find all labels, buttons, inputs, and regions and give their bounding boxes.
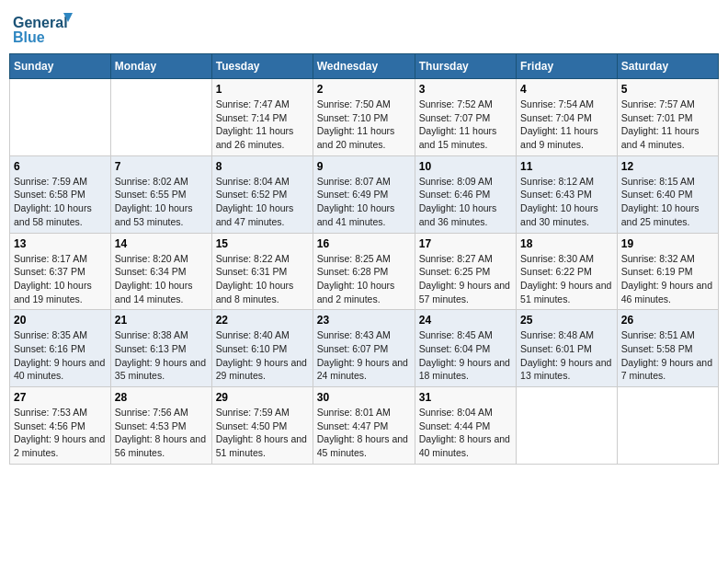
day-info: Sunrise: 8:12 AMSunset: 6:43 PMDaylight:…	[520, 175, 613, 229]
day-info: Sunrise: 7:59 AMSunset: 4:50 PMDaylight:…	[216, 406, 309, 460]
day-number: 21	[115, 314, 208, 327]
day-cell: 10Sunrise: 8:09 AMSunset: 6:46 PMDayligh…	[415, 155, 516, 233]
page-header: GeneralBlue	[9, 9, 719, 46]
day-info: Sunrise: 7:54 AMSunset: 7:04 PMDaylight:…	[520, 98, 613, 152]
day-info: Sunrise: 7:50 AMSunset: 7:10 PMDaylight:…	[317, 98, 411, 152]
day-number: 7	[115, 160, 208, 173]
day-number: 17	[419, 237, 512, 250]
day-number: 26	[621, 314, 714, 327]
day-info: Sunrise: 8:45 AMSunset: 6:04 PMDaylight:…	[419, 328, 512, 383]
logo-svg: GeneralBlue	[13, 9, 77, 46]
day-info: Sunrise: 7:57 AMSunset: 7:01 PMDaylight:…	[621, 98, 714, 152]
day-cell: 3Sunrise: 7:52 AMSunset: 7:07 PMDaylight…	[415, 79, 516, 156]
day-info: Sunrise: 8:09 AMSunset: 6:46 PMDaylight:…	[419, 175, 512, 229]
day-cell: 24Sunrise: 8:45 AMSunset: 6:04 PMDayligh…	[415, 310, 516, 387]
day-info: Sunrise: 7:47 AMSunset: 7:14 PMDaylight:…	[216, 98, 309, 152]
day-cell: 22Sunrise: 8:40 AMSunset: 6:10 PMDayligh…	[211, 310, 313, 387]
day-cell: 13Sunrise: 8:17 AMSunset: 6:37 PMDayligh…	[10, 233, 111, 310]
day-cell: 6Sunrise: 7:59 AMSunset: 6:58 PMDaylight…	[10, 155, 111, 233]
day-info: Sunrise: 8:22 AMSunset: 6:31 PMDaylight:…	[216, 252, 309, 306]
day-number: 2	[317, 83, 411, 96]
day-cell: 29Sunrise: 7:59 AMSunset: 4:50 PMDayligh…	[211, 387, 313, 465]
day-info: Sunrise: 8:30 AMSunset: 6:22 PMDaylight:…	[520, 252, 613, 306]
day-cell: 20Sunrise: 8:35 AMSunset: 6:16 PMDayligh…	[10, 310, 111, 387]
day-info: Sunrise: 8:35 AMSunset: 6:16 PMDaylight:…	[14, 328, 107, 383]
day-number: 16	[317, 237, 411, 250]
day-cell: 14Sunrise: 8:20 AMSunset: 6:34 PMDayligh…	[110, 233, 211, 310]
column-header-wednesday: Wednesday	[313, 54, 415, 79]
day-info: Sunrise: 8:48 AMSunset: 6:01 PMDaylight:…	[520, 328, 613, 383]
column-header-thursday: Thursday	[415, 54, 516, 79]
day-number: 18	[520, 237, 613, 250]
day-number: 11	[520, 160, 613, 173]
day-number: 14	[115, 237, 208, 250]
day-info: Sunrise: 8:20 AMSunset: 6:34 PMDaylight:…	[115, 252, 208, 306]
week-row-3: 13Sunrise: 8:17 AMSunset: 6:37 PMDayligh…	[10, 233, 719, 310]
logo: GeneralBlue	[13, 9, 77, 46]
day-cell: 21Sunrise: 8:38 AMSunset: 6:13 PMDayligh…	[110, 310, 211, 387]
week-row-1: 1Sunrise: 7:47 AMSunset: 7:14 PMDaylight…	[10, 79, 719, 156]
day-number: 10	[419, 160, 512, 173]
day-info: Sunrise: 8:38 AMSunset: 6:13 PMDaylight:…	[115, 328, 208, 383]
day-number: 31	[419, 391, 512, 404]
day-cell: 18Sunrise: 8:30 AMSunset: 6:22 PMDayligh…	[517, 233, 618, 310]
day-number: 1	[216, 83, 309, 96]
day-number: 15	[216, 237, 309, 250]
day-info: Sunrise: 8:25 AMSunset: 6:28 PMDaylight:…	[317, 252, 411, 306]
week-row-4: 20Sunrise: 8:35 AMSunset: 6:16 PMDayligh…	[10, 310, 719, 387]
day-cell: 2Sunrise: 7:50 AMSunset: 7:10 PMDaylight…	[313, 79, 415, 156]
day-info: Sunrise: 8:27 AMSunset: 6:25 PMDaylight:…	[419, 252, 512, 306]
day-cell: 12Sunrise: 8:15 AMSunset: 6:40 PMDayligh…	[617, 155, 718, 233]
day-info: Sunrise: 7:52 AMSunset: 7:07 PMDaylight:…	[419, 98, 512, 152]
column-header-sunday: Sunday	[10, 54, 111, 79]
day-cell: 31Sunrise: 8:04 AMSunset: 4:44 PMDayligh…	[415, 387, 516, 465]
day-cell: 28Sunrise: 7:56 AMSunset: 4:53 PMDayligh…	[110, 387, 211, 465]
day-cell: 11Sunrise: 8:12 AMSunset: 6:43 PMDayligh…	[517, 155, 618, 233]
week-row-2: 6Sunrise: 7:59 AMSunset: 6:58 PMDaylight…	[10, 155, 719, 233]
day-cell: 9Sunrise: 8:07 AMSunset: 6:49 PMDaylight…	[313, 155, 415, 233]
day-info: Sunrise: 8:15 AMSunset: 6:40 PMDaylight:…	[621, 175, 714, 229]
day-cell: 23Sunrise: 8:43 AMSunset: 6:07 PMDayligh…	[313, 310, 415, 387]
day-number: 20	[14, 314, 107, 327]
day-info: Sunrise: 8:17 AMSunset: 6:37 PMDaylight:…	[14, 252, 107, 306]
day-info: Sunrise: 8:07 AMSunset: 6:49 PMDaylight:…	[317, 175, 411, 229]
day-number: 28	[115, 391, 208, 404]
day-number: 3	[419, 83, 512, 96]
day-info: Sunrise: 8:04 AMSunset: 4:44 PMDaylight:…	[419, 406, 512, 460]
day-info: Sunrise: 8:51 AMSunset: 5:58 PMDaylight:…	[621, 328, 714, 383]
day-cell: 17Sunrise: 8:27 AMSunset: 6:25 PMDayligh…	[415, 233, 516, 310]
day-cell: 15Sunrise: 8:22 AMSunset: 6:31 PMDayligh…	[211, 233, 313, 310]
day-info: Sunrise: 7:53 AMSunset: 4:56 PMDaylight:…	[14, 406, 107, 460]
calendar-table: SundayMondayTuesdayWednesdayThursdayFrid…	[9, 53, 719, 465]
day-cell: 8Sunrise: 8:04 AMSunset: 6:52 PMDaylight…	[211, 155, 313, 233]
day-cell: 19Sunrise: 8:32 AMSunset: 6:19 PMDayligh…	[617, 233, 718, 310]
day-number: 30	[317, 391, 411, 404]
svg-text:General: General	[13, 15, 68, 30]
header-row: SundayMondayTuesdayWednesdayThursdayFrid…	[10, 54, 719, 79]
day-number: 19	[621, 237, 714, 250]
day-info: Sunrise: 8:01 AMSunset: 4:47 PMDaylight:…	[317, 406, 411, 460]
day-cell	[617, 387, 718, 465]
column-header-friday: Friday	[517, 54, 618, 79]
day-number: 4	[520, 83, 613, 96]
day-cell: 30Sunrise: 8:01 AMSunset: 4:47 PMDayligh…	[313, 387, 415, 465]
day-number: 23	[317, 314, 411, 327]
day-number: 8	[216, 160, 309, 173]
day-cell: 26Sunrise: 8:51 AMSunset: 5:58 PMDayligh…	[617, 310, 718, 387]
day-cell: 25Sunrise: 8:48 AMSunset: 6:01 PMDayligh…	[517, 310, 618, 387]
day-cell: 1Sunrise: 7:47 AMSunset: 7:14 PMDaylight…	[211, 79, 313, 156]
day-number: 29	[216, 391, 309, 404]
day-cell	[10, 79, 111, 156]
day-number: 6	[14, 160, 107, 173]
day-cell	[110, 79, 211, 156]
day-info: Sunrise: 8:02 AMSunset: 6:55 PMDaylight:…	[115, 175, 208, 229]
day-cell: 16Sunrise: 8:25 AMSunset: 6:28 PMDayligh…	[313, 233, 415, 310]
day-number: 27	[14, 391, 107, 404]
day-cell: 7Sunrise: 8:02 AMSunset: 6:55 PMDaylight…	[110, 155, 211, 233]
day-info: Sunrise: 8:40 AMSunset: 6:10 PMDaylight:…	[216, 328, 309, 383]
day-info: Sunrise: 7:56 AMSunset: 4:53 PMDaylight:…	[115, 406, 208, 460]
day-cell: 5Sunrise: 7:57 AMSunset: 7:01 PMDaylight…	[617, 79, 718, 156]
day-number: 22	[216, 314, 309, 327]
day-info: Sunrise: 7:59 AMSunset: 6:58 PMDaylight:…	[14, 175, 107, 229]
day-number: 5	[621, 83, 714, 96]
